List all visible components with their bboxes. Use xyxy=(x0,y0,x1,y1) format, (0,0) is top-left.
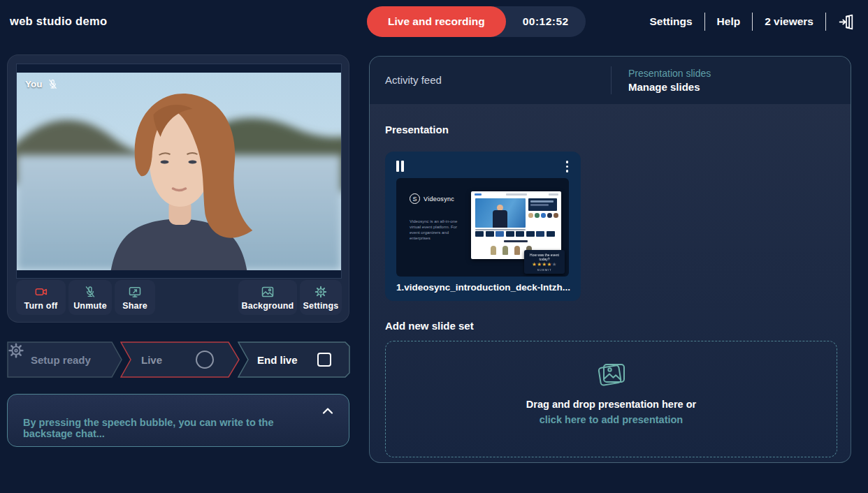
slides-panel: Activity feed Presentation slides Manage… xyxy=(369,56,851,463)
photos-icon xyxy=(595,358,628,389)
divider xyxy=(704,13,705,31)
broadcast-stepper: Setup ready Live End live xyxy=(7,341,351,378)
background-label: Background xyxy=(242,301,294,311)
live-recording-badge[interactable]: Live and recording xyxy=(367,6,506,37)
unmute-label: Unmute xyxy=(73,301,107,311)
camera-settings-button[interactable]: Settings xyxy=(300,280,342,315)
setup-ready-step[interactable]: Setup ready xyxy=(7,341,123,378)
mic-muted-icon xyxy=(47,78,59,90)
manage-slides-label[interactable]: Manage slides xyxy=(628,81,711,93)
rating-stars: ★★★★★ xyxy=(524,261,565,267)
pause-icon[interactable] xyxy=(396,161,404,172)
tab-activity-feed[interactable]: Activity feed xyxy=(385,74,442,86)
background-button[interactable]: Background xyxy=(238,280,297,315)
setup-ready-label: Setup ready xyxy=(31,354,91,366)
presentation-dropzone[interactable]: Drag and drop presentation here or click… xyxy=(385,341,837,457)
kebab-menu-icon[interactable] xyxy=(563,159,572,174)
top-bar: web studio demo Live and recording 00:12… xyxy=(0,0,868,43)
tab-presentation-slides[interactable]: Presentation slides Manage slides xyxy=(628,68,711,93)
end-live-label: End live xyxy=(257,354,298,366)
stop-square-icon xyxy=(317,353,331,367)
videosync-logo-icon: S xyxy=(410,193,420,204)
divider xyxy=(752,13,753,31)
you-label-group: You xyxy=(25,78,59,90)
live-radio-icon xyxy=(196,351,214,369)
share-label: Share xyxy=(122,301,147,311)
self-video-image xyxy=(17,73,341,270)
gear-icon xyxy=(7,341,25,360)
thumb-logo-row: S Videosync xyxy=(410,193,454,204)
share-screen-icon xyxy=(128,285,142,299)
chevron-up-icon[interactable] xyxy=(319,403,336,420)
thumb-tiles-row xyxy=(475,231,555,237)
turn-off-camera-button[interactable]: Turn off xyxy=(16,280,66,315)
slide-thumbnail: S Videosync Videosync is an all-in-one v… xyxy=(396,178,569,277)
gear-icon xyxy=(314,285,328,299)
panel-header: Activity feed Presentation slides Manage… xyxy=(370,57,851,104)
slide-filename: 1.videosync_introduction_deck-lntzh... xyxy=(396,282,571,293)
camera-icon xyxy=(34,285,49,299)
live-status-group: Live and recording 00:12:52 xyxy=(367,6,586,37)
dropzone-add-link[interactable]: click here to add presentation xyxy=(386,414,837,425)
camera-panel: You Turn off Unmute Share Background xyxy=(7,54,349,323)
slide-set-card[interactable]: S Videosync Videosync is an all-in-one v… xyxy=(385,152,581,301)
unmute-button[interactable]: Unmute xyxy=(68,280,112,315)
camera-settings-label: Settings xyxy=(303,301,339,311)
divider xyxy=(825,13,826,31)
self-video-preview: You xyxy=(16,64,342,279)
exit-door-icon[interactable] xyxy=(838,13,855,31)
dropzone-text: Drag and drop presentation here or xyxy=(386,399,837,410)
divider xyxy=(611,66,612,94)
thumb-avatars xyxy=(528,213,558,218)
presentation-slides-label[interactable]: Presentation slides xyxy=(628,68,711,79)
chat-note-text: By pressing the speech bubble, you can w… xyxy=(23,417,317,439)
mic-muted-icon xyxy=(83,285,97,299)
thumb-tagline: Videosync is an all-in-one virtual event… xyxy=(410,219,465,241)
camera-controls: Turn off Unmute Share Background Setting… xyxy=(16,280,340,315)
background-image-icon xyxy=(261,285,275,299)
backstage-chat-note[interactable]: By pressing the speech bubble, you can w… xyxy=(7,394,349,447)
session-timer: 00:12:52 xyxy=(506,15,586,28)
share-screen-button[interactable]: Share xyxy=(115,280,155,315)
thumb-screenshot xyxy=(471,191,561,259)
thumb-video-player xyxy=(475,198,526,228)
viewers-count[interactable]: 2 viewers xyxy=(765,15,813,28)
thumb-side-panel xyxy=(528,198,557,211)
end-live-step[interactable]: End live xyxy=(238,341,351,378)
help-link[interactable]: Help xyxy=(717,15,741,28)
turn-off-label: Turn off xyxy=(24,301,58,311)
rating-question: How was the event today? xyxy=(526,253,563,261)
topbar-right: Settings Help 2 viewers xyxy=(649,0,855,43)
videosync-logo-name: Videosync xyxy=(424,196,454,203)
presentation-section-title: Presentation xyxy=(385,124,449,135)
live-step-label: Live xyxy=(141,354,162,366)
settings-link[interactable]: Settings xyxy=(649,15,692,28)
you-label: You xyxy=(25,79,43,89)
web-studio-screen: web studio demo Live and recording 00:12… xyxy=(0,0,868,493)
rating-submit-button: SUBMIT xyxy=(527,267,561,271)
rating-popup: How was the event today? ★★★★★ SUBMIT xyxy=(524,250,565,274)
add-slide-set-title: Add new slide set xyxy=(385,320,474,332)
live-step[interactable]: Live xyxy=(120,341,240,378)
page-title: web studio demo xyxy=(10,15,107,28)
